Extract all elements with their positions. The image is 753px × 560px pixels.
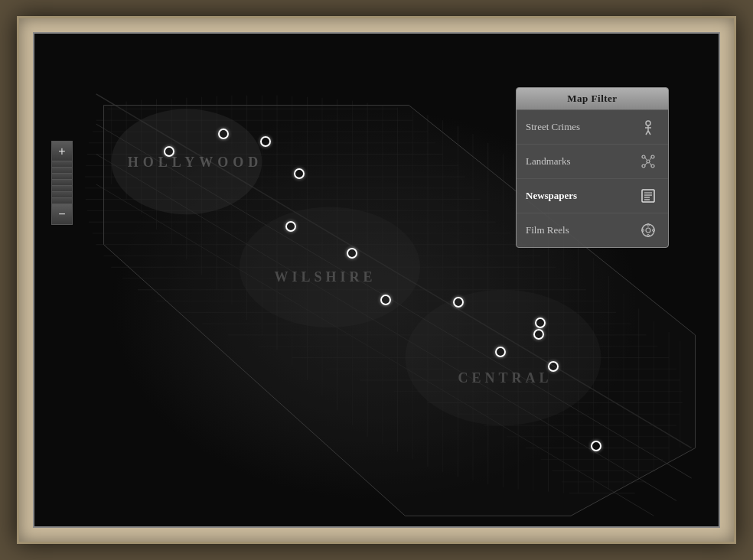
svg-point-82: [646, 121, 650, 125]
filter-landmarks-label: Landmarks: [526, 155, 570, 168]
svg-line-92: [645, 158, 647, 160]
zoom-in-button[interactable]: +: [52, 142, 72, 161]
zoom-tick-6: [52, 192, 72, 198]
map-pin-5[interactable]: [285, 221, 296, 232]
newspapers-icon: [637, 185, 659, 207]
svg-line-94: [645, 163, 647, 165]
filter-film-reels-label: Film Reels: [526, 224, 569, 236]
map-pin-8[interactable]: [453, 297, 464, 308]
zoom-tick-4: [52, 180, 72, 186]
map-pin-9[interactable]: [535, 317, 546, 328]
zoom-controls: + −: [51, 141, 73, 225]
zoom-tick-5: [52, 186, 72, 192]
map-pin-1[interactable]: [218, 129, 229, 139]
film-reels-icon: [637, 220, 659, 241]
svg-point-105: [642, 230, 644, 232]
svg-rect-96: [642, 190, 654, 202]
map-pin-4[interactable]: [294, 168, 305, 179]
svg-point-79: [111, 109, 262, 214]
filter-newspapers-label: Newspapers: [526, 190, 577, 202]
zoom-tick-7: [52, 198, 72, 204]
svg-point-89: [651, 155, 654, 158]
landmarks-icon: [637, 151, 659, 172]
svg-line-86: [648, 131, 650, 135]
svg-point-102: [646, 228, 650, 233]
outer-frame: HOLLYWOOD WILSHIRE CENTRAL: [17, 16, 736, 544]
street-crimes-icon: [637, 116, 659, 138]
zoom-tick-2: [52, 168, 72, 174]
map-pin-6[interactable]: [347, 248, 357, 259]
filter-landmarks[interactable]: Landmarks: [517, 145, 668, 179]
map-pin-13[interactable]: [591, 441, 601, 451]
svg-line-95: [650, 163, 651, 165]
inner-frame: HOLLYWOOD WILSHIRE CENTRAL: [33, 32, 720, 528]
map-pin-7[interactable]: [380, 295, 391, 305]
map-pin-3[interactable]: [164, 146, 174, 157]
zoom-scale: [52, 161, 72, 204]
svg-line-85: [646, 131, 648, 135]
filter-panel-title: Map Filter: [517, 88, 668, 110]
svg-point-103: [647, 224, 650, 226]
svg-point-81: [405, 290, 601, 425]
svg-point-106: [653, 230, 655, 232]
filter-film-reels[interactable]: Film Reels: [517, 213, 668, 247]
svg-point-88: [642, 155, 645, 158]
map-pin-10[interactable]: [533, 329, 544, 340]
filter-newspapers[interactable]: Newspapers: [517, 179, 668, 213]
svg-point-87: [647, 160, 650, 163]
map-filter-panel: Map Filter Street Crimes Lan: [516, 87, 669, 248]
map-pin-2[interactable]: [260, 136, 271, 147]
svg-point-80: [240, 207, 420, 327]
zoom-out-button[interactable]: −: [52, 204, 72, 224]
filter-street-crimes[interactable]: Street Crimes: [517, 110, 668, 145]
filter-street-crimes-label: Street Crimes: [526, 121, 580, 133]
svg-point-104: [647, 235, 650, 237]
map-canvas[interactable]: HOLLYWOOD WILSHIRE CENTRAL: [34, 34, 719, 526]
svg-point-91: [651, 164, 654, 168]
zoom-tick-1: [52, 161, 72, 168]
zoom-tick-3: [52, 174, 72, 180]
map-pin-12[interactable]: [548, 361, 559, 372]
svg-line-93: [650, 158, 651, 160]
map-pin-11[interactable]: [495, 347, 506, 357]
svg-point-90: [642, 164, 645, 168]
